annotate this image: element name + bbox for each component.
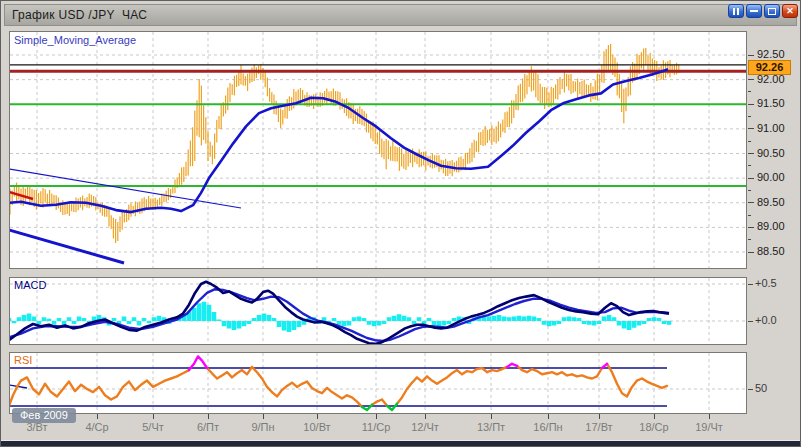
x-axis-tick [97,414,98,419]
x-axis-label: 10/Вт [303,421,330,433]
price-tick [748,128,754,129]
rsi-indicator-label: RSI [14,354,32,366]
price-axis-label: 91.00 [757,122,785,134]
x-axis-label: 12/Чт [411,421,439,433]
maximize-button[interactable] [764,4,780,18]
x-axis-tick [599,414,600,419]
x-axis-label: 11/Ср [362,421,391,433]
price-tick [748,104,754,105]
price-minor-tick [748,165,751,166]
price-axis-label: 92.50 [757,48,785,60]
macd-bg [10,278,747,345]
x-axis-tick [208,414,209,419]
macd-tick [748,321,753,322]
current-price-tag: 92.26 [748,60,791,75]
x-axis-label: 9/Пн [251,421,274,433]
month-badge: Фев 2009 [12,408,76,423]
price-axis-label: 89.50 [757,196,785,208]
x-axis-label: 5/Чт [142,421,164,433]
price-minor-tick [748,190,751,191]
x-axis-tick [709,414,710,419]
price-axis-label: 89.00 [757,220,785,232]
x-axis-tick [654,414,655,419]
x-axis-label: 17/Вт [585,421,612,433]
chart-window: График USD /JPY ЧАС ✕ Simple_Moving_Aver… [0,0,801,447]
price-tick [748,202,754,203]
rsi-axis-label: 50 [755,382,767,394]
pause-button[interactable] [728,4,744,18]
sma-indicator-label: Simple_Moving_Average [14,34,136,46]
price-tick [748,153,754,154]
price-chart[interactable] [9,31,747,269]
price-axis-label: 91.50 [757,97,785,109]
close-button[interactable]: ✕ [782,4,798,18]
price-tick [748,79,754,80]
x-axis-label: 4/Ср [85,421,108,433]
price-tick [748,178,754,179]
x-axis-tick [491,414,492,419]
price-minor-tick [748,91,751,92]
macd-chart[interactable] [9,277,747,345]
macd-axis-label: +0.5 [755,277,777,289]
x-axis-label: 6/Пт [197,421,219,433]
minimize-button[interactable] [746,4,762,18]
x-axis-label: 19/Чт [695,421,723,433]
window-buttons: ✕ [728,4,798,18]
macd-indicator-label: MACD [14,279,46,291]
rsi-tick [748,389,753,390]
x-axis-tick [548,414,549,419]
price-axis-label: 90.00 [757,171,785,183]
x-axis-label: 13/Пт [477,421,505,433]
price-bg [10,32,747,269]
minimize-icon [750,10,758,12]
pause-icon [733,8,735,15]
price-minor-tick [748,215,751,216]
x-axis-tick [376,414,377,419]
maximize-icon [768,8,776,15]
window-title: График USD /JPY ЧАС [5,8,147,22]
price-axis-label: 90.50 [757,147,785,159]
x-axis-tick [425,414,426,419]
price-tick [748,252,754,253]
x-axis-label: 18/Ср [639,421,668,433]
close-icon: ✕ [786,7,794,16]
macd-axis-label: +0.0 [755,314,777,326]
price-minor-tick [748,141,751,142]
x-axis-label: 16/Пн [533,421,562,433]
price-minor-tick [748,116,751,117]
price-minor-tick [748,239,751,240]
macd-tick [748,284,753,285]
window-bottom-edge [1,440,800,446]
x-axis-tick [317,414,318,419]
price-tick [748,227,754,228]
x-axis-tick [153,414,154,419]
title-bar[interactable]: График USD /JPY ЧАС [4,4,797,26]
rsi-chart[interactable] [9,352,747,414]
price-axis-label: 88.50 [757,245,785,257]
price-tick [748,55,754,56]
x-axis-tick [263,414,264,419]
